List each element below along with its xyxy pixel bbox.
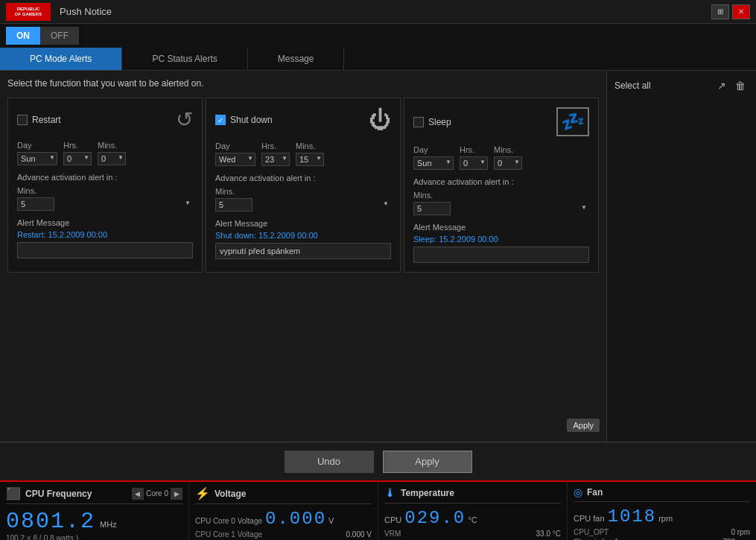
voltage-core1-row: CPU Core 1 Voltage 0.000 V bbox=[195, 530, 372, 539]
restart-hrs-select[interactable]: 0121223 bbox=[63, 152, 92, 165]
voltage-core-label: CPU Core 0 Voltage bbox=[195, 517, 262, 525]
tab-pc-status[interactable]: PC Status Alerts bbox=[122, 48, 247, 70]
temp-vrm-val: 33.0 °C bbox=[536, 530, 561, 538]
sleep-day-select[interactable]: SunMonTueWedThuFriSat bbox=[413, 156, 454, 170]
sleep-hrs-wrapper: 011223 bbox=[460, 156, 488, 170]
restart-hrs-wrapper: 0121223 bbox=[63, 152, 92, 165]
sleep-alert-link[interactable]: Sleep: 15.2.2009 00:00 bbox=[413, 235, 589, 244]
fan-unit: rpm bbox=[658, 514, 673, 523]
fan-panel: ◎ Fan CPU fan 1018 rpm CPU_OPT 0 rpm Cha… bbox=[568, 482, 756, 540]
voltage-big-value: 0.000 bbox=[265, 509, 326, 529]
temperature-panel: 🌡 Temperature CPU 029.0 °C VRM 33.0 °C S… bbox=[378, 482, 568, 540]
sleep-checkbox[interactable] bbox=[413, 117, 424, 127]
temp-big-value: 029.0 bbox=[404, 508, 466, 528]
fan-icon: ◎ bbox=[574, 486, 582, 498]
restart-checkbox-label[interactable]: Restart bbox=[17, 115, 61, 125]
shutdown-alert-link[interactable]: Shut down: 15.2.2009 00:00 bbox=[215, 231, 391, 240]
voltage-main-row: CPU Core 0 Voltage 0.000 V bbox=[195, 509, 372, 529]
shutdown-label: Shut down bbox=[230, 115, 273, 125]
sleep-mins-adv-label: Mins. bbox=[413, 191, 589, 200]
delete-button[interactable]: 🗑 bbox=[732, 78, 749, 93]
toggle-off-button[interactable]: OFF bbox=[40, 27, 79, 45]
restart-adv-select[interactable]: 51015 bbox=[17, 197, 54, 211]
grid-button[interactable]: ⊞ bbox=[711, 4, 729, 19]
sleep-mins-select[interactable]: 051530 bbox=[494, 156, 522, 170]
shutdown-day-label: Day bbox=[215, 142, 255, 150]
restart-day-select[interactable]: SunMonTueWedThuFriSat bbox=[17, 152, 57, 165]
shutdown-day-select[interactable]: SunMonTueWedThuFriSat bbox=[215, 153, 255, 166]
shutdown-mins-group: Mins. 05101530 bbox=[296, 142, 324, 166]
cpu-freq-title: CPU Frequency bbox=[25, 489, 92, 499]
cpu-nav: ◀ Core 0 ▶ bbox=[132, 488, 182, 500]
sleep-advance-mins: Mins. 51015 bbox=[413, 191, 589, 215]
sleep-msg-label: Alert Message bbox=[413, 223, 589, 232]
restart-label: Restart bbox=[32, 115, 61, 125]
shutdown-checkbox-label[interactable]: ✓ Shut down bbox=[215, 115, 273, 125]
sleep-hrs-label: Hrs. bbox=[460, 145, 488, 154]
cpu-main-value-row: 0801.2 MHz bbox=[6, 509, 182, 534]
restart-time-selectors: Day SunMonTueWedThuFriSat Hrs. 0121223 bbox=[17, 141, 193, 165]
sleep-time-selectors: Day SunMonTueWedThuFriSat Hrs. 011223 bbox=[413, 145, 589, 170]
sleep-mins-group: Mins. 051530 bbox=[494, 145, 522, 170]
toggle-bar: ON OFF bbox=[0, 24, 756, 48]
shutdown-text-input[interactable] bbox=[215, 243, 391, 259]
restart-text-input[interactable] bbox=[17, 242, 193, 258]
restart-mins-select[interactable]: 051530 bbox=[98, 152, 126, 165]
shutdown-hrs-group: Hrs. 01122223 bbox=[261, 142, 290, 166]
export-button[interactable]: ↗ bbox=[714, 78, 729, 93]
shutdown-hrs-select[interactable]: 01122223 bbox=[261, 153, 290, 166]
fan-opt-label: CPU_OPT bbox=[574, 528, 609, 536]
shutdown-hrs-wrapper: 01122223 bbox=[261, 153, 290, 166]
temp-icon: 🌡 bbox=[384, 486, 396, 500]
titlebar: REPUBLICOF GAMERS Push Notice ⊞ ✕ bbox=[0, 0, 756, 24]
restart-hrs-label: Hrs. bbox=[63, 141, 92, 150]
restart-day-label: Day bbox=[17, 141, 57, 150]
shutdown-card: ✓ Shut down ⏻ Day SunMonTueWedThuFriSat bbox=[206, 98, 401, 273]
restart-icon: ↺ bbox=[176, 107, 193, 132]
sleep-text-input[interactable] bbox=[413, 247, 589, 263]
apply-button[interactable]: Apply bbox=[383, 451, 472, 473]
cpu-freq-panel: ⬛ CPU Frequency ◀ Core 0 ▶ 0801.2 MHz 10… bbox=[0, 482, 189, 540]
cpu-unit: MHz bbox=[100, 520, 117, 529]
sleep-adv-select[interactable]: 51015 bbox=[413, 202, 451, 215]
alerts-panel: Select the function that you want to be … bbox=[0, 71, 607, 442]
voltage-core1-label: CPU Core 1 Voltage bbox=[195, 530, 262, 539]
restart-checkbox[interactable] bbox=[17, 115, 28, 125]
shutdown-checkbox[interactable]: ✓ bbox=[215, 115, 226, 125]
shutdown-advance-mins: Mins. 51015 bbox=[215, 187, 391, 212]
sleep-hrs-select[interactable]: 011223 bbox=[460, 156, 488, 170]
tab-pc-mode[interactable]: PC Mode Alerts bbox=[0, 48, 122, 70]
sleep-header: Sleep 💤 bbox=[413, 107, 589, 136]
temp-header: 🌡 Temperature bbox=[384, 486, 561, 504]
undo-button[interactable]: Undo bbox=[285, 451, 374, 473]
select-all-label: Select all bbox=[614, 80, 651, 91]
fan-opt-val: 0 rpm bbox=[731, 528, 750, 536]
right-panel: Select all ↗ 🗑 bbox=[607, 71, 756, 442]
voltage-header: ⚡ Voltage bbox=[195, 486, 372, 504]
shutdown-advance-label: Advance activation alert in : bbox=[215, 174, 391, 182]
sleep-checkbox-label[interactable]: Sleep bbox=[413, 117, 451, 127]
close-button[interactable]: ✕ bbox=[732, 4, 750, 19]
restart-mins-label: Mins. bbox=[98, 141, 126, 150]
fan-header: ◎ Fan bbox=[574, 486, 750, 502]
titlebar-controls: ⊞ ✕ bbox=[711, 4, 750, 19]
toggle-on-button[interactable]: ON bbox=[6, 27, 40, 45]
sleep-hrs-group: Hrs. 011223 bbox=[460, 145, 488, 170]
titlebar-title: Push Notice bbox=[60, 6, 711, 17]
restart-alert-link[interactable]: Restart: 15.2.2009 00:00 bbox=[17, 230, 193, 239]
restart-day-group: Day SunMonTueWedThuFriSat bbox=[17, 141, 57, 165]
voltage-icon: ⚡ bbox=[195, 486, 210, 501]
tab-message[interactable]: Message bbox=[248, 48, 345, 70]
cpu-next-button[interactable]: ▶ bbox=[171, 488, 182, 500]
sleep-day-wrapper: SunMonTueWedThuFriSat bbox=[413, 156, 454, 170]
shutdown-adv-select[interactable]: 51015 bbox=[215, 198, 252, 212]
temp-unit: °C bbox=[468, 515, 477, 524]
restart-card: Restart ↺ Day SunMonTueWedThuFriSat bbox=[7, 98, 203, 273]
voltage-title: Voltage bbox=[215, 489, 246, 499]
shutdown-mins-label: Mins. bbox=[296, 142, 324, 150]
sleep-day-group: Day SunMonTueWedThuFriSat bbox=[413, 145, 454, 170]
sleep-day-label: Day bbox=[413, 145, 454, 154]
shutdown-mins-select[interactable]: 05101530 bbox=[296, 153, 324, 166]
cpu-prev-button[interactable]: ◀ bbox=[132, 488, 144, 500]
voltage-core1-val: 0.000 V bbox=[346, 530, 372, 539]
